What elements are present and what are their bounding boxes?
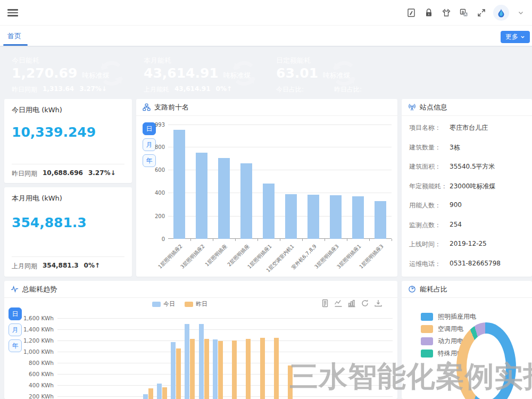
legend-label: 照明插座用电 [438,312,476,321]
legend-swatch [185,302,193,307]
translate-icon[interactable] [458,7,470,19]
x-axis-tick [347,239,347,241]
site-info-label: 项目名称： [409,124,441,131]
chart-toolbar [321,299,383,307]
branch-period-buttons: 日月年 [143,122,156,170]
fullscreen-icon[interactable] [476,7,487,19]
bar-chart-icon[interactable] [347,299,356,307]
site-info-row: 监测点数：254 [409,221,441,230]
site-info-row: 年定额能耗：23000吨标准煤 [409,182,447,191]
theme-icon[interactable] [440,7,452,19]
tab-active-underline [3,44,28,46]
bar-今日 [171,342,176,399]
bar-今日 [143,394,148,399]
chevron-down-icon[interactable] [515,7,527,19]
chevron-down-icon [520,35,525,39]
gridline [168,147,392,147]
panel-title: 支路前十名 [154,103,189,112]
more-button[interactable]: 更多 [501,31,530,43]
x-axis-tick [325,239,325,241]
recycle-icon [96,59,128,88]
gridline [57,385,393,386]
card-daily-quota-energy: 日定额能耗 63.01 吨标准煤 今日占比: 2,016.54% 昨日占比: 2… [269,51,397,95]
legend-swatch [421,337,433,345]
top-bar [0,0,532,26]
bar [307,195,319,239]
bar [173,130,185,239]
site-info-value: 23000吨标准煤 [450,182,495,191]
x-axis-tick [190,239,191,241]
tab-home[interactable]: 首页 [7,31,21,41]
lock-icon[interactable] [423,7,435,19]
trend-period-button-月[interactable]: 月 [9,323,22,336]
y-axis-tick: 600 [155,167,165,173]
energy-trend-panel: 总能耗趋势 今日昨日 日月年 200 KWh400 KWh600 KWh800 … [4,281,397,399]
y-axis-tick: 800 [155,144,165,149]
restore-icon[interactable] [361,299,369,307]
line-chart-icon[interactable] [334,299,343,307]
month-power-value: 354,881.3 [12,215,87,230]
bar-今日 [213,339,218,399]
branch-top10-panel: 支路前十名 日月年 02004006008009931层照明插座23层照明插座2… [136,99,397,277]
today-power-panel: 今日用电 (kWh) 10,339.249 昨日同期 10,688.696 3.… [4,99,132,183]
branch-period-button-日[interactable]: 日 [143,122,156,135]
bar-昨日 [288,365,293,399]
site-info-row: 建筑数量：3栋 [409,143,441,152]
legend-label: 空调用电 [438,325,463,334]
legend-item-昨日[interactable]: 昨日 [185,300,207,308]
bar-昨日 [148,388,153,399]
y-axis-tick: 400 KWh [29,382,54,388]
y-axis-tick: 993 [155,122,165,128]
bar-昨日 [232,340,237,399]
site-info-row: 用能人数：900 [409,201,441,210]
site-info-row: 项目名称：枣庄市台儿庄 [409,123,441,132]
y-axis-tick: 200 [155,213,165,219]
x-axis-tick [257,239,258,241]
bar-昨日 [176,348,181,399]
branch-period-button-月[interactable]: 月 [143,138,156,151]
antenna-icon [408,103,416,111]
bar-今日 [185,324,189,399]
branch-chart: 02004006008009931层照明插座23层照明插座21层照明插座2层照明… [168,124,392,239]
today-power-value: 10,339.249 [12,124,96,140]
legend-item-今日[interactable]: 今日 [152,300,175,308]
bar-昨日 [218,341,223,399]
gridline [57,374,393,375]
y-axis-tick: 200 KWh [29,393,54,399]
y-axis-tick: 1,600 KWh [23,315,54,321]
bar-昨日 [162,387,167,399]
trend-chart: 200 KWh400 KWh600 KWh800 KWh1,000 KWh1,2… [57,318,393,399]
download-icon[interactable] [374,299,383,307]
site-info-value: 枣庄市台儿庄 [450,123,488,132]
site-info-value: 0531-82665798 [450,260,501,267]
site-info-label: 年定额能耗： [409,182,447,190]
trend-period-button-年[interactable]: 年 [9,339,22,352]
legend-item[interactable]: 照明插座用电 [421,311,476,323]
site-info-label: 监测点数： [409,221,441,229]
site-info-label: 运维电话： [409,260,441,268]
gridline [57,318,393,319]
legend-swatch [421,313,433,321]
menu-toggle-icon[interactable] [7,9,18,16]
trend-legend: 今日昨日 [152,300,207,308]
y-axis-tick: 1,200 KWh [23,337,54,344]
panel-title: 今日用电 (kWh) [12,105,62,115]
energy-ratio-panel: 能耗占比 照明插座用电空调用电动力用电特殊用电 [402,281,532,399]
branch-period-button-年[interactable]: 年 [143,154,156,167]
trend-period-button-日[interactable]: 日 [9,307,22,320]
panel-title: 能耗占比 [420,285,447,294]
site-info-panel: 站点信息 项目名称：枣庄市台儿庄建筑数量：3栋建筑面积：35540.5平方米年定… [402,99,532,277]
edit-document-icon[interactable] [405,7,417,19]
site-info-row: 建筑面积：35540.5平方米 [409,162,441,171]
site-info-value: 900 [450,201,462,209]
data-view-icon[interactable] [321,299,329,307]
logo-water-drop[interactable] [493,5,509,21]
x-axis-tick [392,239,392,241]
bar [240,163,252,239]
month-power-panel: 本月用电 (kWh) 354,881.3 上月同期 354,881.3 0%↑ [4,187,132,277]
legend-swatch [152,302,161,307]
x-axis-tick [213,239,213,241]
legend-label: 动力用电 [438,337,463,346]
panel-title: 本月用电 (kWh) [12,194,62,203]
legend-swatch [421,350,433,358]
